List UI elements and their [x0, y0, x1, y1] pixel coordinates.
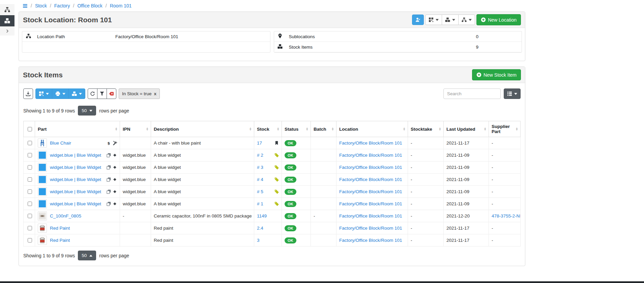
- stock-count-link[interactable]: 3: [257, 238, 260, 243]
- stock-actions-button[interactable]: [442, 15, 459, 25]
- location-link[interactable]: Factory/Office Block/Room 101: [339, 238, 402, 243]
- select-all-checkbox[interactable]: [28, 127, 32, 131]
- filter-chip[interactable]: In Stock = true x: [119, 88, 160, 99]
- download-button[interactable]: [23, 88, 33, 99]
- row-checkbox[interactable]: [28, 165, 32, 170]
- location-link[interactable]: Factory/Office Block/Room 101: [339, 226, 402, 231]
- column-header-batch[interactable]: Batch▴▾: [311, 121, 336, 137]
- stock-options-button[interactable]: [68, 88, 85, 99]
- part-link[interactable]: Red Paint: [50, 226, 70, 231]
- column-header-location[interactable]: Location▴▾: [336, 121, 408, 137]
- location-link[interactable]: Factory/Office Block/Room 101: [339, 201, 402, 206]
- part-link[interactable]: widget.blue | Blue Widget: [50, 189, 101, 194]
- part-link[interactable]: Red Paint: [50, 238, 70, 243]
- sort-icon[interactable]: ▴▾: [146, 127, 148, 131]
- sort-icon[interactable]: ▴▾: [306, 127, 308, 131]
- supplier-part-link[interactable]: 478-3755-2-ND: [492, 213, 521, 218]
- row-checkbox[interactable]: [28, 202, 32, 206]
- part-link[interactable]: widget.blue | Blue Widget: [50, 153, 101, 158]
- row-checkbox[interactable]: [28, 214, 32, 218]
- column-header-supplier-part[interactable]: Supplier Part▴▾: [489, 121, 521, 137]
- sort-icon[interactable]: ▴▾: [250, 127, 251, 131]
- breadcrumb-link[interactable]: Stock: [35, 3, 47, 8]
- caret-down-icon: [46, 93, 49, 95]
- variant-icon: [113, 165, 117, 170]
- tag-icon: [274, 177, 279, 182]
- stock-panel-header: Stock Items New Stock Item: [19, 67, 525, 83]
- breadcrumb-link[interactable]: Office Block: [77, 3, 102, 8]
- column-header-last-updated[interactable]: Last Updated▴▾: [444, 121, 489, 137]
- part-link[interactable]: C_100nF_0805: [50, 213, 81, 218]
- stock-count-link[interactable]: 1149: [257, 213, 267, 218]
- new-location-button[interactable]: New Location: [476, 14, 521, 25]
- row-checkbox[interactable]: [28, 189, 32, 194]
- stock-count-link[interactable]: 2.4: [257, 226, 263, 231]
- breadcrumb-link[interactable]: Factory: [54, 3, 70, 8]
- table-view-button[interactable]: [504, 88, 521, 99]
- stock-count-link[interactable]: # 5: [257, 189, 263, 194]
- stock-count-link[interactable]: 17: [257, 140, 262, 146]
- stock-boxes-icon: [445, 17, 450, 22]
- sidebar: [0, 0, 14, 35]
- stock-count-link[interactable]: # 1: [257, 201, 263, 206]
- search-input[interactable]: [443, 88, 501, 99]
- stock-count-link[interactable]: # 3: [257, 165, 263, 170]
- location-link[interactable]: Factory/Office Block/Room 101: [339, 177, 402, 182]
- sort-icon[interactable]: ▴▾: [332, 127, 333, 131]
- part-link[interactable]: widget.blue | Blue Widget: [50, 201, 101, 206]
- stock-count-link[interactable]: # 2: [257, 153, 263, 158]
- stock-count-link[interactable]: # 4: [257, 177, 263, 182]
- barcode-actions-button[interactable]: [35, 88, 52, 99]
- user-admin-button[interactable]: [412, 15, 424, 25]
- page-size-select[interactable]: 50: [78, 251, 96, 260]
- sort-icon[interactable]: ▴▾: [484, 127, 486, 131]
- sort-icon[interactable]: ▴▾: [403, 127, 405, 131]
- column-header-status[interactable]: Status▴▾: [282, 121, 311, 137]
- sort-icon[interactable]: ▴▾: [439, 127, 441, 131]
- location-link[interactable]: Factory/Office Block/Room 101: [339, 189, 402, 194]
- copy-icon: [107, 189, 111, 194]
- sidebar-expand-button[interactable]: [0, 26, 14, 35]
- location-actions-button[interactable]: [458, 15, 475, 25]
- sort-icon[interactable]: ▴▾: [115, 127, 117, 131]
- part-link[interactable]: widget.blue | Blue Widget: [50, 177, 101, 182]
- remove-filter-button[interactable]: x: [154, 91, 156, 96]
- table-row: widget.blue | Blue Widgetwidget.blueA bl…: [24, 186, 521, 198]
- row-checkbox[interactable]: [28, 238, 32, 242]
- barcode-actions-button[interactable]: [425, 15, 442, 25]
- page-size-select[interactable]: 50: [78, 106, 96, 115]
- sort-icon[interactable]: ▴▾: [516, 127, 518, 131]
- new-stock-item-button[interactable]: New Stock Item: [472, 69, 521, 80]
- column-header-description[interactable]: Description▴▾: [151, 121, 254, 137]
- row-checkbox[interactable]: [28, 177, 32, 182]
- print-actions-button[interactable]: [52, 88, 69, 99]
- location-link[interactable]: Factory/Office Block/Room 101: [339, 153, 402, 158]
- location-link[interactable]: Factory/Office Block/Room 101: [339, 140, 402, 146]
- refresh-button[interactable]: [88, 88, 97, 99]
- row-checkbox[interactable]: [28, 141, 32, 145]
- part-thumbnail: [38, 151, 47, 160]
- clear-filters-icon: [109, 91, 114, 96]
- stocktake-cell: -: [408, 198, 444, 210]
- filter-button[interactable]: [97, 88, 107, 99]
- row-checkbox[interactable]: [28, 153, 32, 157]
- copy-icon: [107, 202, 111, 206]
- column-header-stock[interactable]: Stock▴▾: [254, 121, 282, 137]
- part-link[interactable]: widget.blue | Blue Widget: [50, 165, 101, 170]
- hamburger-menu-icon[interactable]: [23, 3, 28, 8]
- stocktake-cell: -: [408, 234, 444, 247]
- location-link[interactable]: Factory/Office Block/Room 101: [339, 165, 402, 170]
- column-header-ipn[interactable]: IPN▴▾: [120, 121, 151, 137]
- sidebar-item-location-details[interactable]: [0, 4, 14, 15]
- plus-circle-icon: [481, 17, 486, 22]
- column-header-part[interactable]: Part▴▾: [35, 121, 120, 137]
- column-header-stocktake[interactable]: Stocktake▴▾: [408, 121, 444, 137]
- caret-down-icon: [514, 93, 517, 95]
- sidebar-item-stock[interactable]: [0, 15, 14, 26]
- part-link[interactable]: Blue Chair: [50, 140, 71, 146]
- breadcrumb-link[interactable]: Room 101: [110, 3, 132, 8]
- sort-icon[interactable]: ▴▾: [277, 127, 279, 131]
- row-checkbox[interactable]: [28, 226, 32, 230]
- clear-filters-button[interactable]: [107, 88, 116, 99]
- location-link[interactable]: Factory/Office Block/Room 101: [339, 213, 402, 218]
